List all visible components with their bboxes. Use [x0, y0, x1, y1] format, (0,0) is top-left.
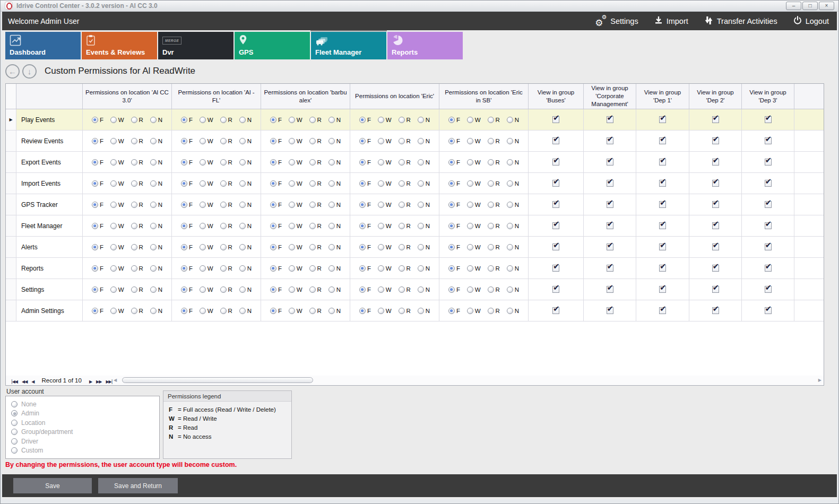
radio-option-W[interactable]: W — [110, 223, 124, 229]
radio-icon[interactable] — [378, 159, 384, 166]
radio-icon[interactable] — [220, 117, 227, 123]
radio-icon[interactable] — [220, 159, 227, 166]
radio-icon[interactable] — [418, 117, 424, 123]
radio-icon[interactable] — [110, 265, 117, 272]
radio-icon[interactable] — [181, 117, 187, 123]
group-view-checkbox[interactable] — [552, 159, 559, 166]
radio-icon[interactable] — [418, 180, 424, 187]
radio-option-N[interactable]: N — [507, 202, 519, 208]
radio-option-N[interactable]: N — [328, 244, 341, 250]
radio-icon[interactable] — [418, 244, 424, 250]
radio-option-N[interactable]: N — [507, 180, 519, 187]
radio-icon[interactable] — [418, 202, 424, 208]
radio-icon[interactable] — [131, 202, 137, 208]
close-button[interactable]: × — [819, 2, 834, 10]
radio-option-F[interactable]: F — [181, 223, 193, 229]
group-view-checkbox[interactable] — [607, 116, 613, 123]
radio-option-R[interactable]: R — [131, 308, 143, 314]
radio-option-F[interactable]: F — [270, 265, 282, 272]
radio-option-N[interactable]: N — [239, 286, 252, 293]
radio-option-F[interactable]: F — [448, 286, 460, 293]
radio-option-W[interactable]: W — [467, 223, 481, 229]
radio-option-R[interactable]: R — [488, 180, 500, 187]
group-view-checkbox[interactable] — [607, 137, 613, 144]
radio-icon[interactable] — [488, 117, 494, 123]
radio-icon[interactable] — [270, 286, 276, 293]
radio-option-R[interactable]: R — [220, 223, 232, 229]
radio-option-W[interactable]: W — [200, 138, 213, 144]
radio-option-W[interactable]: W — [289, 159, 302, 166]
radio-icon[interactable] — [270, 244, 276, 250]
radio-icon[interactable] — [359, 180, 366, 187]
radio-icon[interactable] — [181, 159, 187, 166]
radio-icon[interactable] — [467, 286, 473, 293]
table-row[interactable]: Import EventsFWRNFWRNFWRNFWRNFWRN — [6, 173, 824, 194]
radio-option-R[interactable]: R — [309, 138, 322, 144]
radio-option-W[interactable]: W — [289, 202, 302, 208]
radio-icon[interactable] — [150, 223, 157, 229]
radio-icon[interactable] — [150, 117, 157, 123]
radio-icon[interactable] — [200, 117, 206, 123]
transfer-activities-button[interactable]: Transfer Activities — [704, 16, 777, 27]
prev-page-button[interactable]: ◀◀ — [22, 379, 27, 384]
table-row[interactable]: Export EventsFWRNFWRNFWRNFWRNFWRN — [6, 152, 824, 173]
radio-option-F[interactable]: F — [448, 117, 460, 123]
column-header-location-4[interactable]: Permissions on location 'Eric in SB' — [439, 84, 529, 109]
radio-icon[interactable] — [110, 138, 117, 144]
radio-icon[interactable] — [467, 265, 473, 272]
radio-option-N[interactable]: N — [150, 117, 162, 123]
tab-fleet-manager[interactable]: Fleet Manager — [311, 32, 386, 59]
radio-option-R[interactable]: R — [399, 244, 411, 250]
radio-icon[interactable] — [181, 180, 187, 187]
radio-option-R[interactable]: R — [488, 117, 500, 123]
radio-option-W[interactable]: W — [289, 223, 302, 229]
radio-icon[interactable] — [399, 202, 405, 208]
radio-option-F[interactable]: F — [270, 202, 282, 208]
radio-icon[interactable] — [488, 180, 494, 187]
radio-icon[interactable] — [131, 223, 137, 229]
radio-icon[interactable] — [399, 138, 405, 144]
radio-icon[interactable] — [131, 117, 137, 123]
radio-option-R[interactable]: R — [488, 244, 500, 250]
radio-option-W[interactable]: W — [200, 265, 213, 272]
radio-option-N[interactable]: N — [507, 265, 519, 272]
radio-option-R[interactable]: R — [399, 138, 411, 144]
radio-option-W[interactable]: W — [467, 138, 481, 144]
radio-icon[interactable] — [270, 223, 276, 229]
group-view-checkbox[interactable] — [659, 180, 666, 187]
radio-icon[interactable] — [200, 265, 206, 272]
radio-icon[interactable] — [92, 244, 98, 250]
radio-icon[interactable] — [507, 159, 513, 166]
radio-option-N[interactable]: N — [239, 223, 252, 229]
radio-icon[interactable] — [309, 308, 316, 314]
radio-option-N[interactable]: N — [328, 117, 341, 123]
radio-icon[interactable] — [110, 159, 117, 166]
radio-option-F[interactable]: F — [92, 286, 103, 293]
group-view-checkbox[interactable] — [607, 244, 613, 250]
radio-icon[interactable] — [270, 138, 276, 144]
tab-gps[interactable]: GPS — [235, 32, 310, 59]
radio-icon[interactable] — [359, 117, 366, 123]
radio-icon[interactable] — [92, 117, 98, 123]
radio-option-F[interactable]: F — [359, 117, 371, 123]
radio-option-R[interactable]: R — [399, 180, 411, 187]
group-view-checkbox[interactable] — [552, 116, 559, 123]
group-view-checkbox[interactable] — [659, 307, 666, 314]
group-view-checkbox[interactable] — [552, 307, 559, 314]
settings-button[interactable]: ⚙⚙ Settings — [595, 16, 638, 27]
table-row[interactable]: ReportsFWRNFWRNFWRNFWRNFWRN — [6, 258, 824, 279]
radio-option-F[interactable]: F — [92, 308, 103, 314]
radio-option-R[interactable]: R — [488, 223, 500, 229]
radio-icon[interactable] — [200, 180, 206, 187]
radio-option-W[interactable]: W — [110, 159, 124, 166]
radio-icon[interactable] — [328, 117, 335, 123]
column-header-location-2[interactable]: Permissions on location 'barbu alex' — [261, 84, 350, 109]
radio-icon[interactable] — [150, 180, 157, 187]
radio-icon[interactable] — [448, 286, 455, 293]
radio-option-N[interactable]: N — [239, 202, 252, 208]
radio-icon[interactable] — [270, 308, 276, 314]
radio-icon[interactable] — [488, 159, 494, 166]
radio-option-R[interactable]: R — [220, 138, 232, 144]
radio-option-F[interactable]: F — [92, 244, 103, 250]
radio-icon[interactable] — [448, 138, 455, 144]
